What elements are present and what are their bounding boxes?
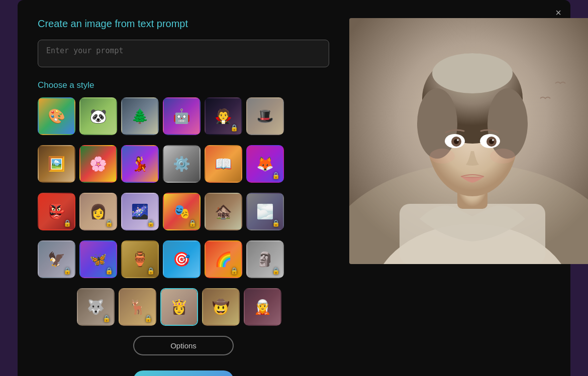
svg-point-16 xyxy=(457,139,459,141)
right-panel xyxy=(349,18,588,376)
lock-icon: 🔒 xyxy=(144,315,152,322)
options-button[interactable]: Options xyxy=(133,336,234,355)
style-item-vintage[interactable]: 🎩 xyxy=(246,97,284,135)
lock-icon: 🔒 xyxy=(63,219,71,227)
style-item-stone[interactable]: 🗿 🔒 xyxy=(246,240,284,278)
style-bg: 🤠 xyxy=(203,289,239,325)
style-bg: 👸 xyxy=(161,289,197,325)
style-bg: 🧝 xyxy=(245,289,280,325)
style-item-book[interactable]: 📖 xyxy=(205,145,242,183)
styles-grid-row3: 👺 🔒 👩 🔒 🌌 🔒 🎭 🔒 🏚️ 🌫️ 🔒 xyxy=(38,193,329,230)
close-button[interactable]: × xyxy=(555,7,561,19)
styles-grid-row1: 🎨 🐼 🌲 🤖 🧛 🔒 🎩 xyxy=(38,97,329,135)
app-container: × Create an image from text prompt Choos… xyxy=(18,0,570,376)
svg-point-8 xyxy=(487,88,528,159)
lock-icon: 🔒 xyxy=(105,219,113,227)
lock-icon: 🔒 xyxy=(188,219,197,227)
svg-point-17 xyxy=(492,139,494,141)
style-item-rainbow[interactable]: 🌈 🔒 xyxy=(205,240,242,278)
style-item-misty[interactable]: 🌫️ 🔒 xyxy=(246,193,284,230)
style-item-cowboy[interactable]: 🤠 xyxy=(202,288,240,326)
style-item-princess[interactable]: 👸 xyxy=(160,288,198,326)
portrait-svg xyxy=(349,18,588,264)
lock-icon: 🔒 xyxy=(272,267,280,275)
style-item-wolf[interactable]: 🐺 🔒 xyxy=(77,288,115,326)
style-item-targets[interactable]: 🎯 xyxy=(163,240,201,278)
generate-button[interactable]: Generate xyxy=(133,370,234,376)
style-bg: 🤖 xyxy=(164,98,200,134)
style-item-classical[interactable]: 🖼️ xyxy=(38,145,75,183)
style-item-portrait-warm[interactable]: 👩 🔒 xyxy=(79,193,117,230)
lock-icon: 🔒 xyxy=(63,267,71,275)
style-item-mechanical[interactable]: ⚙️ xyxy=(163,145,201,183)
lock-icon: 🔒 xyxy=(272,219,280,227)
svg-point-18 xyxy=(430,149,455,164)
style-bg: 🐼 xyxy=(80,98,116,134)
style-item-forest[interactable]: 🌲 xyxy=(121,97,159,135)
generated-image xyxy=(349,18,588,264)
buttons-area: Options Generate xyxy=(38,336,329,376)
styles-grid-row5: 🐺 🔒 🦌 🔒 👸 🤠 🧝 xyxy=(38,288,329,326)
svg-point-9 xyxy=(432,53,513,93)
style-item-panda[interactable]: 🐼 xyxy=(79,97,117,135)
style-bg: 🎯 xyxy=(164,241,200,277)
style-bg: 💃 xyxy=(122,146,158,182)
style-item-elf[interactable]: 🧝 xyxy=(244,288,281,326)
style-item-dark-portrait[interactable]: 🧛 🔒 xyxy=(205,97,242,135)
lock-icon: 🔒 xyxy=(272,172,280,179)
style-item-dance[interactable]: 💃 xyxy=(121,145,159,183)
lock-icon: 🔒 xyxy=(230,267,238,275)
style-bg: ⚙️ xyxy=(164,146,200,182)
svg-point-7 xyxy=(417,88,457,159)
style-bg: 🎩 xyxy=(247,98,283,134)
lock-icon: 🔒 xyxy=(105,267,113,275)
style-item-cosmic[interactable]: 🌌 🔒 xyxy=(121,193,159,230)
left-panel: Create an image from text prompt Choose … xyxy=(38,18,329,376)
style-bg: 🌸 xyxy=(80,146,116,182)
lock-icon: 🔒 xyxy=(147,219,155,227)
styles-grid-row4: 🦅 🔒 🦋 🔒 🏺 🔒 🎯 🌈 🔒 🗿 🔒 xyxy=(38,240,329,278)
styles-section-label: Choose a style xyxy=(38,80,329,90)
style-item-deer[interactable]: 🦌 🔒 xyxy=(119,288,156,326)
lock-icon: 🔒 xyxy=(103,315,111,322)
style-bg: 🏚️ xyxy=(206,194,241,229)
style-item-mask[interactable]: 👺 🔒 xyxy=(38,193,75,230)
styles-grid-row2: 🖼️ 🌸 💃 ⚙️ 📖 🦊 🔒 xyxy=(38,145,329,183)
style-item-fox[interactable]: 🦊 🔒 xyxy=(246,145,284,183)
style-bg: 🌲 xyxy=(122,98,158,134)
style-bg: 🖼️ xyxy=(39,146,74,182)
style-item-pop-art[interactable]: 🎭 🔒 xyxy=(163,193,201,230)
page-title: Create an image from text prompt xyxy=(38,18,329,30)
lock-icon: 🔒 xyxy=(147,267,155,275)
prompt-input[interactable] xyxy=(38,40,329,67)
style-item-robot[interactable]: 🤖 xyxy=(163,97,201,135)
style-item-eagle[interactable]: 🦅 🔒 xyxy=(38,240,75,278)
lock-icon: 🔒 xyxy=(230,124,238,132)
svg-point-19 xyxy=(490,149,515,164)
style-item-colorful[interactable]: 🎨 xyxy=(38,97,75,135)
style-item-butterfly[interactable]: 🦋 🔒 xyxy=(79,240,117,278)
style-bg: 📖 xyxy=(206,146,241,182)
style-item-ancient[interactable]: 🏺 🔒 xyxy=(121,240,159,278)
style-bg: 🎨 xyxy=(39,98,74,134)
style-item-architecture[interactable]: 🏚️ xyxy=(205,193,242,230)
style-item-flowers[interactable]: 🌸 xyxy=(79,145,117,183)
